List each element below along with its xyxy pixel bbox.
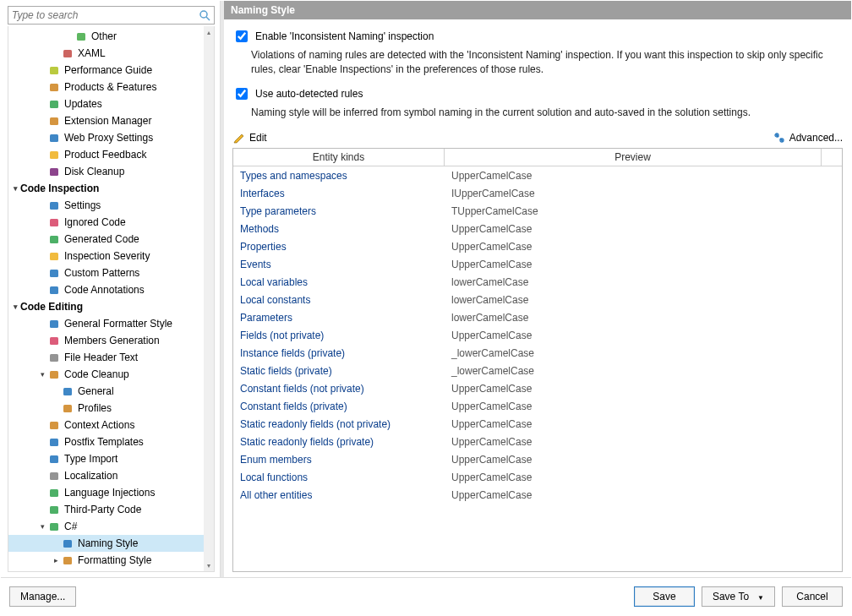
tree-item[interactable]: Updates [8, 95, 204, 112]
table-row[interactable]: Static readonly fields (not private)Uppe… [233, 415, 842, 433]
svg-rect-27 [50, 489, 58, 497]
edit-button[interactable]: Edit [232, 131, 267, 144]
entity-cell: All other entities [233, 489, 445, 501]
table-row[interactable]: PropertiesUpperCamelCase [233, 237, 842, 255]
scrollbar-vertical[interactable]: ▴ ▾ [204, 26, 214, 571]
table-row[interactable]: Local functionsUpperCamelCase [233, 468, 842, 486]
table-row[interactable]: Types and namespacesUpperCamelCase [233, 166, 842, 184]
tree-item[interactable]: Generated Code [8, 231, 204, 248]
tree-item[interactable]: XAML [8, 45, 204, 62]
search-input[interactable] [8, 6, 215, 25]
tree-item[interactable]: Web Proxy Settings [8, 129, 204, 146]
cancel-button[interactable]: Cancel [782, 586, 843, 607]
expand-icon[interactable]: ▾ [37, 522, 47, 531]
table-row[interactable]: Local constantslowerCamelCase [233, 291, 842, 308]
expand-icon[interactable]: ▾ [10, 303, 20, 311]
node-icon [47, 232, 61, 246]
preview-cell: UpperCamelCase [445, 418, 842, 430]
node-icon [47, 351, 61, 364]
tree-item[interactable]: ▾C# [8, 518, 204, 535]
save-to-button[interactable]: Save To▼ [702, 586, 775, 607]
col-preview[interactable]: Preview [445, 149, 822, 166]
tree-item[interactable]: Inspection Severity [8, 248, 204, 264]
node-icon [47, 199, 61, 212]
tree-item[interactable]: Code Annotations [8, 281, 204, 298]
auto-detected-checkbox[interactable] [236, 88, 248, 100]
svg-rect-12 [50, 219, 58, 226]
tree-item-label: Settings [64, 199, 101, 211]
node-icon [61, 401, 74, 415]
enable-inspection-checkbox[interactable] [236, 30, 248, 42]
tree-item[interactable]: Profiles [8, 400, 204, 417]
manage-button[interactable]: Manage... [9, 586, 76, 607]
tree-item[interactable]: Third-Party Code [8, 501, 204, 518]
expand-icon[interactable]: ▾ [10, 184, 20, 193]
tree-item[interactable]: Products & Features [8, 79, 204, 95]
tree-item[interactable]: Disk Cleanup [8, 163, 204, 180]
expand-icon[interactable]: ▾ [37, 370, 47, 379]
table-row[interactable]: Fields (not private)UpperCamelCase [233, 326, 842, 344]
tree-item[interactable]: File Header Text [8, 349, 204, 366]
tree-item[interactable]: General Formatter Style [8, 315, 204, 332]
entity-cell: Type parameters [233, 205, 445, 217]
node-icon [47, 249, 61, 263]
svg-rect-4 [50, 67, 58, 74]
tree-category[interactable]: ▾Code Inspection [8, 180, 204, 197]
node-icon [47, 452, 61, 466]
table-row[interactable]: MethodsUpperCamelCase [233, 220, 842, 237]
table-row[interactable]: Static fields (private)_lowerCamelCase [233, 362, 842, 379]
tree-item[interactable]: Members Generation [8, 332, 204, 349]
tree-item[interactable]: ▸Formatting Style [8, 552, 204, 569]
tree-item[interactable]: Context Actions [8, 417, 204, 433]
table-row[interactable]: EventsUpperCamelCase [233, 255, 842, 273]
tree-item[interactable]: ▾Code Cleanup [8, 366, 204, 383]
node-icon [61, 46, 74, 60]
tree-item-label: C# [64, 521, 77, 532]
table-row[interactable]: Type parametersTUpperCamelCase [233, 202, 842, 220]
table-row[interactable]: All other entitiesUpperCamelCase [233, 486, 842, 504]
tree-item[interactable]: Type Import [8, 450, 204, 467]
tree-item[interactable]: Extension Manager [8, 112, 204, 129]
save-button[interactable]: Save [634, 586, 695, 607]
scroll-down-icon[interactable]: ▾ [204, 559, 214, 571]
preview-cell: UpperCamelCase [445, 383, 842, 395]
tree-item[interactable]: Localization [8, 467, 204, 484]
tree-item[interactable]: Language Injections [8, 484, 204, 501]
tree-item-label: Postfix Templates [64, 436, 144, 448]
entity-cell: Local constants [233, 294, 445, 306]
expand-icon[interactable]: ▸ [51, 556, 61, 564]
tree-item[interactable]: Custom Patterns [8, 264, 204, 281]
tree-category[interactable]: ▾Code Editing [8, 298, 204, 315]
table-row[interactable]: Constant fields (not private)UpperCamelC… [233, 379, 842, 397]
tree-item[interactable]: Product Feedback [8, 146, 204, 163]
scroll-up-icon[interactable]: ▴ [204, 26, 214, 38]
tree-item-label: Ignored Code [64, 216, 126, 228]
table-row[interactable]: Static readonly fields (private)UpperCam… [233, 433, 842, 450]
node-icon [61, 384, 74, 398]
tree-item[interactable]: Postfix Templates [8, 433, 204, 450]
table-row[interactable]: Instance fields (private)_lowerCamelCase [233, 344, 842, 362]
svg-rect-10 [50, 168, 58, 176]
tree-item[interactable]: General [8, 383, 204, 400]
table-row[interactable]: Local variableslowerCamelCase [233, 273, 842, 291]
node-icon [47, 80, 61, 94]
search-icon[interactable] [198, 8, 211, 22]
preview-cell: lowerCamelCase [445, 294, 842, 306]
col-entity-kinds[interactable]: Entity kinds [233, 149, 445, 166]
entity-cell: Static fields (private) [233, 365, 445, 377]
tree-item[interactable]: Ignored Code [8, 214, 204, 231]
table-row[interactable]: Constant fields (private)UpperCamelCase [233, 397, 842, 415]
table-row[interactable]: ParameterslowerCamelCase [233, 308, 842, 326]
table-row[interactable]: Enum membersUpperCamelCase [233, 450, 842, 468]
tree-item-label: Products & Features [64, 81, 156, 93]
tree-item-label: Third-Party Code [64, 504, 141, 515]
advanced-button[interactable]: Advanced... [773, 131, 843, 144]
svg-rect-28 [50, 506, 58, 514]
tree-item[interactable]: Performance Guide [8, 62, 204, 79]
tree-item-label: Disk Cleanup [64, 166, 124, 177]
node-icon [47, 435, 61, 449]
tree-item[interactable]: Settings [8, 197, 204, 214]
tree-item[interactable]: Other [8, 28, 204, 45]
table-row[interactable]: InterfacesIUpperCamelCase [233, 184, 842, 202]
tree-item[interactable]: Naming Style [8, 535, 204, 552]
